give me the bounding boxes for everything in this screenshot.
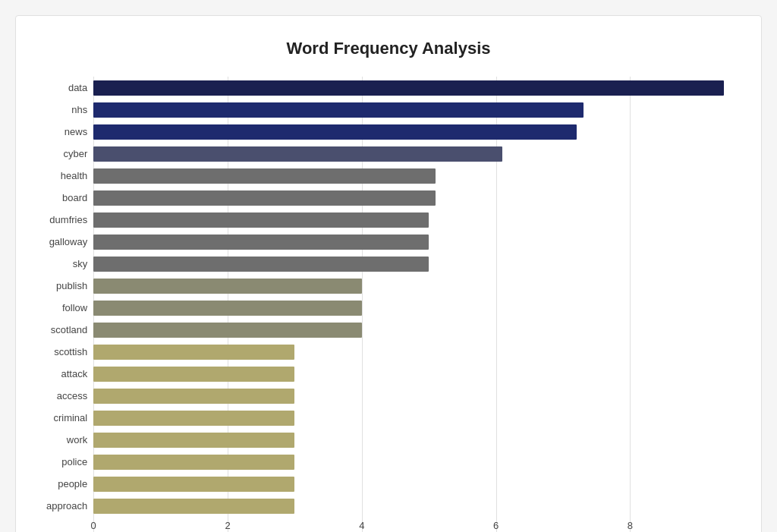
- y-axis-labels: datanhsnewscyberhealthboarddumfriesgallo…: [46, 77, 93, 532]
- bar: [93, 389, 294, 404]
- bar: [93, 411, 294, 426]
- bar: [93, 168, 436, 184]
- bar-row: [93, 385, 731, 407]
- y-axis-label: cyber: [63, 143, 87, 165]
- y-axis-label: board: [62, 187, 87, 209]
- bars-column: [93, 77, 731, 517]
- bar: [93, 499, 294, 514]
- y-axis-label: data: [68, 77, 87, 99]
- y-axis-label: approach: [46, 495, 87, 517]
- chart-container: Word Frequency Analysis datanhsnewscyber…: [15, 15, 762, 532]
- bar-row: [93, 451, 731, 473]
- y-axis-label: people: [58, 473, 87, 495]
- y-axis-label: access: [57, 385, 87, 407]
- x-tick-label: 6: [493, 520, 499, 531]
- bar: [93, 124, 576, 140]
- bar: [93, 323, 362, 338]
- bar: [93, 301, 362, 316]
- y-axis-label: work: [67, 429, 87, 451]
- bar: [93, 80, 724, 96]
- bar-row: [93, 209, 731, 231]
- y-axis-label: police: [61, 451, 87, 473]
- bar: [93, 235, 429, 250]
- bar-row: [93, 297, 731, 319]
- bar-row: [93, 319, 731, 341]
- bar-row: [93, 99, 731, 121]
- x-tick-label: 2: [225, 520, 230, 531]
- y-axis-label: galloway: [49, 231, 88, 253]
- y-axis-label: attack: [61, 363, 88, 385]
- x-tick-label: 0: [91, 520, 96, 531]
- y-axis-label: scottish: [54, 341, 87, 363]
- bar: [93, 345, 294, 360]
- bar: [93, 477, 294, 492]
- y-axis-label: publish: [56, 275, 87, 297]
- bar-row: [93, 77, 731, 99]
- x-tick-label: 4: [359, 520, 364, 531]
- bar-row: [93, 341, 731, 363]
- bar: [93, 279, 362, 294]
- bar-row: [93, 143, 731, 165]
- bar-row: [93, 231, 731, 253]
- bar: [93, 367, 294, 382]
- bar-row: [93, 473, 731, 495]
- chart-area: datanhsnewscyberhealthboarddumfriesgallo…: [46, 77, 731, 532]
- bar-row: [93, 495, 731, 517]
- bars-and-grid: 02468: [93, 77, 731, 532]
- y-axis-label: health: [61, 165, 87, 187]
- y-axis-label: criminal: [53, 407, 87, 429]
- bar-row: [93, 275, 731, 297]
- y-axis-label: scotland: [51, 319, 87, 341]
- x-tick-label: 8: [628, 520, 633, 531]
- bar: [93, 102, 583, 118]
- chart-title: Word Frequency Analysis: [46, 39, 731, 58]
- bar: [93, 212, 429, 228]
- x-axis-ticks-container: 02468: [93, 520, 731, 532]
- bar-row: [93, 407, 731, 429]
- bar: [93, 146, 502, 162]
- bar-row: [93, 363, 731, 385]
- y-axis-label: sky: [73, 253, 88, 275]
- bar: [93, 257, 429, 272]
- bar-row: [93, 121, 731, 143]
- bar-row: [93, 165, 731, 187]
- y-axis-label: nhs: [71, 99, 87, 121]
- bar-row: [93, 253, 731, 275]
- bar-row: [93, 429, 731, 451]
- bar-row: [93, 187, 731, 209]
- y-axis-label: dumfries: [49, 209, 87, 231]
- y-axis-label: news: [64, 121, 87, 143]
- bar: [93, 433, 294, 448]
- y-axis-label: follow: [62, 297, 87, 319]
- bar: [93, 455, 294, 470]
- bar: [93, 190, 436, 206]
